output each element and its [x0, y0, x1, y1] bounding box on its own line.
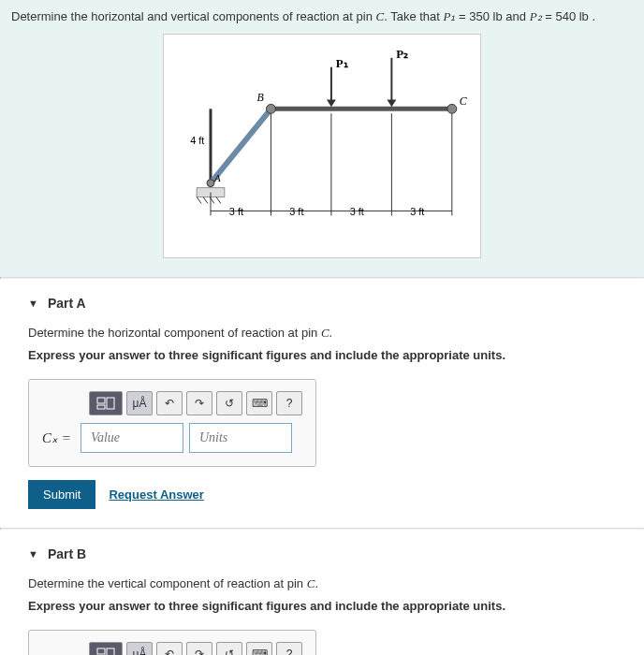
part-b-instruction: Express your answer to three significant… — [28, 599, 616, 613]
svg-rect-19 — [107, 398, 114, 409]
redo-button[interactable]: ↷ — [186, 391, 212, 415]
svg-line-8 — [197, 197, 201, 204]
redo-button[interactable]: ↷ — [186, 642, 212, 655]
p1-label: P₁ — [336, 57, 348, 70]
undo-button[interactable]: ↶ — [156, 642, 183, 655]
svg-rect-22 — [107, 648, 114, 655]
p2-label: P₂ — [396, 48, 408, 61]
submit-button[interactable]: Submit — [28, 480, 95, 509]
caret-down-icon: ▼ — [28, 298, 38, 309]
svg-rect-21 — [97, 648, 105, 654]
toolbar: μÅ ↶ ↷ ↺ ⌨ ? — [89, 391, 302, 415]
template-button[interactable] — [89, 391, 123, 415]
text: Determine the horizontal component of re… — [28, 326, 321, 340]
toolbar: μÅ ↶ ↷ ↺ ⌨ ? — [89, 642, 302, 655]
svg-rect-18 — [97, 398, 105, 403]
svg-line-9 — [203, 197, 208, 204]
text: and — [503, 9, 530, 23]
part-a-header[interactable]: ▼ Part A — [28, 296, 616, 311]
undo-button[interactable]: ↶ — [156, 391, 183, 415]
part-a-section: ▼ Part A Determine the horizontal compon… — [0, 279, 644, 528]
template-button[interactable] — [89, 642, 123, 655]
dim2: 3 ft — [289, 206, 303, 217]
problem-header: Determine the horizontal and vertical co… — [0, 0, 644, 277]
answer-row: Cₓ = — [42, 423, 302, 453]
part-b-section: ▼ Part B Determine the vertical componen… — [0, 530, 644, 655]
text: . — [329, 326, 333, 340]
button-row: Submit Request Answer — [28, 480, 616, 509]
p1-val: = 350 lb — [455, 9, 502, 23]
text: . Take that — [384, 9, 443, 23]
pin-var: C — [376, 9, 385, 23]
units-button[interactable]: μÅ — [126, 642, 153, 655]
text: Determine the horizontal and vertical co… — [11, 9, 376, 23]
answer-box: μÅ ↶ ↷ ↺ ⌨ ? Cₓ = — [28, 379, 316, 467]
caret-down-icon: ▼ — [28, 548, 38, 560]
reset-button[interactable]: ↺ — [216, 391, 242, 415]
svg-point-3 — [267, 104, 276, 113]
help-button[interactable]: ? — [276, 391, 302, 415]
dim1: 3 ft — [229, 206, 243, 217]
part-b-header[interactable]: ▼ Part B — [28, 546, 616, 561]
part-a-instruction: Express your answer to three significant… — [28, 348, 616, 362]
text: . — [315, 576, 318, 590]
units-button[interactable]: μÅ — [126, 391, 153, 415]
dim3: 3 ft — [350, 206, 364, 217]
p1-var: P₁ — [444, 9, 456, 23]
text: Determine the vertical component of reac… — [28, 576, 307, 590]
part-b-question: Determine the vertical component of reac… — [28, 576, 616, 591]
p2-val: = 540 lb . — [542, 9, 595, 23]
c-label: C — [460, 95, 468, 108]
diagram: P₁ P₂ B C A 4 ft 3 ft 3 ft 3 ft 3 ft — [163, 34, 481, 258]
height-label: 4 ft — [190, 135, 204, 146]
reset-button[interactable]: ↺ — [216, 642, 242, 655]
part-b-title: Part B — [48, 546, 86, 561]
help-button[interactable]: ? — [276, 642, 302, 655]
problem-statement: Determine the horizontal and vertical co… — [11, 9, 633, 24]
part-a-question: Determine the horizontal component of re… — [28, 326, 616, 341]
pin: C — [321, 326, 329, 340]
svg-line-11 — [216, 197, 221, 204]
request-answer-link[interactable]: Request Answer — [109, 488, 203, 502]
svg-point-4 — [447, 104, 457, 113]
variable-label: Cₓ = — [42, 429, 71, 446]
dim4: 3 ft — [410, 206, 424, 217]
a-label: A — [213, 172, 221, 183]
keyboard-button[interactable]: ⌨ — [246, 642, 272, 655]
keyboard-button[interactable]: ⌨ — [246, 391, 272, 415]
part-a-title: Part A — [48, 296, 86, 311]
value-input[interactable] — [80, 423, 183, 453]
p2-var: P₂ — [530, 9, 542, 23]
svg-point-5 — [207, 180, 214, 187]
units-input[interactable] — [189, 423, 292, 453]
b-label: B — [257, 91, 264, 104]
svg-rect-20 — [97, 405, 105, 409]
answer-box-b: μÅ ↶ ↷ ↺ ⌨ ? — [28, 630, 316, 655]
